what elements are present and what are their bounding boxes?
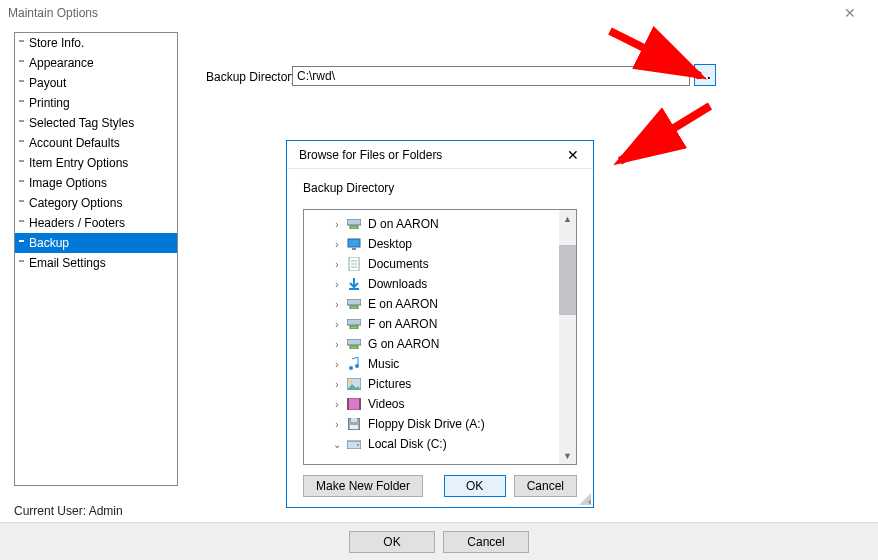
sidebar-item-printing[interactable]: Printing — [15, 93, 177, 113]
tree-item-label: D on AARON — [368, 217, 439, 231]
svg-rect-13 — [347, 339, 361, 345]
dialog-title: Browse for Files or Folders — [299, 148, 561, 162]
tree-item[interactable]: › Pictures — [304, 374, 559, 394]
main-cancel-button[interactable]: Cancel — [443, 531, 529, 553]
chevron-right-icon[interactable]: › — [332, 259, 342, 270]
videos-icon — [346, 396, 362, 412]
svg-rect-19 — [347, 398, 361, 410]
tree-item-label: Pictures — [368, 377, 411, 391]
chevron-right-icon[interactable]: › — [332, 319, 342, 330]
tree-item[interactable]: › G on AARON — [304, 334, 559, 354]
browse-dialog: Browse for Files or Folders ✕ Backup Dir… — [286, 140, 594, 508]
download-icon — [346, 276, 362, 292]
tree-item-label: Music — [368, 357, 399, 371]
resize-grip[interactable] — [579, 493, 591, 505]
main-ok-button[interactable]: OK — [349, 531, 435, 553]
dialog-ok-button[interactable]: OK — [444, 475, 506, 497]
sidebar-item-label: Backup — [29, 236, 69, 250]
svg-rect-1 — [350, 226, 358, 229]
tree-item-label: Downloads — [368, 277, 427, 291]
folder-tree: › D on AARON › Desktop › Documents — [303, 209, 577, 465]
svg-rect-24 — [350, 425, 358, 429]
tree-item-label: G on AARON — [368, 337, 439, 351]
chevron-right-icon[interactable]: › — [332, 299, 342, 310]
content-area: Store Info. Appearance Payout Printing S… — [0, 26, 878, 522]
sidebar-item-headers-footers[interactable]: Headers / Footers — [15, 213, 177, 233]
net-drive-icon — [346, 316, 362, 332]
sidebar-item-appearance[interactable]: Appearance — [15, 53, 177, 73]
scrollbar[interactable]: ▲ ▼ — [559, 210, 576, 464]
sidebar-item-category-options[interactable]: Category Options — [15, 193, 177, 213]
window-close-button[interactable]: ✕ — [830, 5, 870, 21]
svg-rect-3 — [352, 248, 356, 250]
svg-rect-21 — [359, 398, 361, 410]
tree-item[interactable]: ⌄ Local Disk (C:) — [304, 434, 559, 454]
svg-point-15 — [349, 366, 353, 370]
chevron-right-icon[interactable]: › — [332, 279, 342, 290]
chevron-right-icon[interactable]: › — [332, 379, 342, 390]
net-drive-icon — [346, 296, 362, 312]
make-new-folder-button[interactable]: Make New Folder — [303, 475, 423, 497]
floppy-icon — [346, 416, 362, 432]
svg-rect-14 — [350, 346, 358, 349]
backup-directory-input[interactable] — [292, 66, 690, 86]
svg-line-28 — [620, 106, 710, 161]
dialog-button-row: Make New Folder OK Cancel — [303, 475, 577, 497]
chevron-right-icon[interactable]: › — [332, 219, 342, 230]
chevron-right-icon[interactable]: › — [332, 399, 342, 410]
tree-item[interactable]: › F on AARON — [304, 314, 559, 334]
sidebar-item-payout[interactable]: Payout — [15, 73, 177, 93]
sidebar-item-email-settings[interactable]: Email Settings — [15, 253, 177, 273]
tree-item[interactable]: › E on AARON — [304, 294, 559, 314]
scroll-down-button[interactable]: ▼ — [559, 447, 576, 464]
tree-item[interactable]: › Floppy Disk Drive (A:) — [304, 414, 559, 434]
sidebar-item-label: Email Settings — [29, 256, 106, 270]
dialog-close-button[interactable]: ✕ — [561, 147, 585, 163]
tree-item[interactable]: › Documents — [304, 254, 559, 274]
main-button-bar: OK Cancel — [0, 522, 878, 560]
tree-item[interactable]: › Videos — [304, 394, 559, 414]
sidebar-item-label: Category Options — [29, 196, 122, 210]
svg-rect-20 — [347, 398, 349, 410]
sidebar-item-image-options[interactable]: Image Options — [15, 173, 177, 193]
tree-item-label: Floppy Disk Drive (A:) — [368, 417, 485, 431]
svg-rect-0 — [347, 219, 361, 225]
titlebar: Maintain Options ✕ — [0, 0, 878, 26]
tree-item[interactable]: › Music — [304, 354, 559, 374]
sidebar-item-label: Payout — [29, 76, 66, 90]
sidebar-item-backup[interactable]: Backup — [15, 233, 177, 253]
tree-item-label: Desktop — [368, 237, 412, 251]
sidebar-item-label: Account Defaults — [29, 136, 120, 150]
tree-item[interactable]: › D on AARON — [304, 214, 559, 234]
desktop-icon — [346, 236, 362, 252]
chevron-right-icon[interactable]: › — [332, 359, 342, 370]
sidebar-item-label: Item Entry Options — [29, 156, 128, 170]
scroll-up-button[interactable]: ▲ — [559, 210, 576, 227]
backup-directory-label: Backup Directory — [206, 70, 297, 84]
browse-button[interactable]: ... — [694, 64, 716, 86]
sidebar-item-account-defaults[interactable]: Account Defaults — [15, 133, 177, 153]
chevron-right-icon[interactable]: › — [332, 339, 342, 350]
sidebar-item-item-entry-options[interactable]: Item Entry Options — [15, 153, 177, 173]
scrollbar-thumb[interactable] — [559, 245, 576, 315]
ellipsis-icon: ... — [698, 68, 711, 82]
sidebar-item-label: Appearance — [29, 56, 94, 70]
chevron-down-icon[interactable]: ⌄ — [332, 439, 342, 450]
window-title: Maintain Options — [8, 6, 830, 20]
tree-item-label: Local Disk (C:) — [368, 437, 447, 451]
tree-item[interactable]: › Downloads — [304, 274, 559, 294]
sidebar-item-label: Printing — [29, 96, 70, 110]
tree-item[interactable]: › Desktop — [304, 234, 559, 254]
current-user-label: Current User: Admin — [14, 504, 123, 518]
annotation-arrow — [600, 96, 730, 179]
svg-rect-23 — [351, 418, 357, 422]
music-icon — [346, 356, 362, 372]
chevron-right-icon[interactable]: › — [332, 419, 342, 430]
dialog-body: Backup Directory › D on AARON › Desktop … — [287, 169, 593, 507]
svg-rect-10 — [350, 306, 358, 309]
sidebar-item-selected-tag-styles[interactable]: Selected Tag Styles — [15, 113, 177, 133]
sidebar-item-store-info[interactable]: Store Info. — [15, 33, 177, 53]
dialog-cancel-button[interactable]: Cancel — [514, 475, 577, 497]
chevron-right-icon[interactable]: › — [332, 239, 342, 250]
svg-rect-12 — [350, 326, 358, 329]
